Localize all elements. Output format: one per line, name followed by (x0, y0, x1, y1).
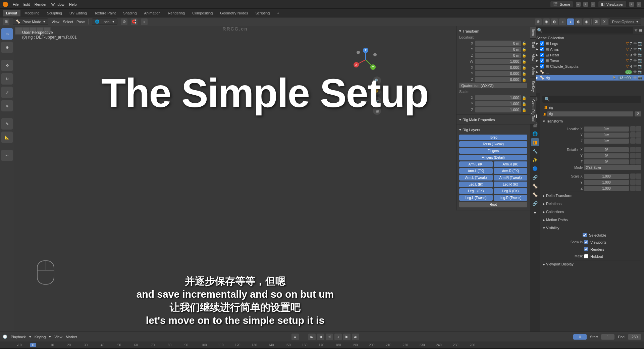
loc-y[interactable]: 0 m (475, 47, 521, 52)
lock-icon[interactable]: 🔒 (521, 65, 527, 70)
snap-icon[interactable]: 🧲 (131, 18, 138, 25)
tab-modeling[interactable]: Modeling (21, 10, 43, 16)
scale-z[interactable]: 1.000 (475, 107, 521, 112)
nav-gizmo[interactable]: X Y Z (352, 46, 379, 73)
scene-browse-icon[interactable]: ▾ (576, 2, 581, 7)
tab-shading[interactable]: Shading (120, 10, 140, 16)
pose-options-dropdown[interactable]: Pose Options▾ (609, 18, 641, 25)
tool-measure[interactable]: 📐 (1, 132, 13, 143)
riglayer-legl-tw[interactable]: Leg.L (Tweak) (459, 195, 493, 201)
riglayer-torso[interactable]: Torso (459, 135, 527, 140)
prop-tab-data[interactable]: 🦴 (531, 182, 539, 190)
xray-icon[interactable]: ◐ (551, 18, 558, 25)
header-select[interactable]: Select (63, 20, 73, 24)
tab-compositing[interactable]: Compositing (189, 10, 216, 16)
timeline-marker[interactable]: Marker (66, 335, 77, 339)
outliner-item[interactable]: ▸▤Torso▽7👁📷 (530, 58, 644, 63)
overlay-toggle-icon[interactable]: ◉ (543, 18, 550, 25)
prop-tab-boneconstraint[interactable]: 🔗 (531, 199, 539, 207)
orientation-dropdown[interactable]: 🌐Local▾ (92, 18, 117, 25)
prop-loc-y[interactable]: 0 m (584, 133, 629, 138)
riglayer-fingers[interactable]: Fingers (459, 148, 527, 154)
props-delta-transform[interactable]: ▸ Delta Transform (542, 192, 641, 200)
shading-wire-icon[interactable]: ○ (559, 18, 566, 25)
lock-icon[interactable]: 🔒 (521, 78, 527, 82)
chk-holdout[interactable] (584, 254, 588, 258)
loc-z[interactable]: 0 m (475, 53, 521, 58)
prop-tab-world[interactable]: 🌐 (531, 130, 539, 138)
prop-scale-z[interactable]: 1.000 (584, 186, 629, 191)
tab-uv[interactable]: UV Editing (66, 10, 90, 16)
header-pose[interactable]: Pose (76, 20, 85, 24)
props-motion-paths[interactable]: ▸ Motion Paths (542, 216, 641, 224)
timeline-keying[interactable]: Keying (35, 335, 46, 339)
props-relations[interactable]: ▸ Relations (542, 200, 641, 208)
prop-tab-physics[interactable]: 🔵 (531, 164, 539, 172)
lock-icon[interactable]: 🔒 (521, 102, 527, 106)
outliner-scene-collection[interactable]: ▤Scene Collection (530, 35, 644, 41)
riglayer-legr-ik[interactable]: Leg.R (IK) (494, 182, 527, 187)
anim-icon[interactable] (636, 126, 641, 132)
timeline-playback[interactable]: Playback (11, 335, 26, 339)
viewlayer-new-icon[interactable]: + (629, 2, 634, 7)
rig-main-header[interactable]: ▾ Rig Main Properties (459, 116, 527, 123)
prop-loc-x[interactable]: 0 m (584, 127, 629, 132)
prop-scale-x[interactable]: 1.000 (584, 174, 629, 179)
prop-scale-y[interactable]: 1.000 (584, 180, 629, 185)
lock-icon[interactable]: 🔒 (521, 41, 527, 46)
autokey-icon[interactable]: ● (291, 334, 299, 340)
menu-window[interactable]: Window (51, 2, 64, 6)
riglayer-armr-ik[interactable]: Arm.R (IK) (494, 161, 527, 167)
riglayer-arml-ik[interactable]: Arm.L (IK) (459, 161, 493, 167)
tab-add[interactable]: + (274, 10, 282, 16)
vtab-gamerigtool[interactable]: Game Rig Tool (530, 96, 536, 124)
chk-renders[interactable] (584, 247, 588, 251)
tool-cursor[interactable]: ⊕ (1, 42, 13, 53)
tool-annotate[interactable]: ✎ (1, 118, 13, 130)
timeline-editor-icon[interactable]: 🕐 (3, 335, 7, 339)
lock-icon[interactable] (630, 126, 636, 132)
rotation-mode-dropdown[interactable]: XYZ Euler (584, 165, 641, 170)
prop-rot-x[interactable]: 0° (584, 147, 629, 152)
tab-scripting[interactable]: Scripting (252, 10, 273, 16)
outliner-item[interactable]: ▸▤Clavicle_Scapula▽4👁📷 (530, 63, 644, 69)
riglayer-legr-fk[interactable]: Leg.R (FK) (494, 188, 527, 194)
lock-icon[interactable]: 🔒 (521, 59, 527, 64)
rig-layers-header[interactable]: ▾ Rig Layers (459, 126, 527, 133)
lock-icon[interactable]: 🔒 (521, 47, 527, 52)
jump-start-icon[interactable]: ⏮ (308, 334, 316, 340)
pivot-icon[interactable]: ⊙ (121, 18, 127, 25)
rot-z[interactable]: 0.000 (475, 77, 521, 82)
lock-icon[interactable]: 🔒 (521, 71, 527, 76)
mode-dropdown[interactable]: 🦴Pose Mode▾ (13, 18, 48, 25)
prop-tab-particles[interactable]: ✨ (531, 156, 539, 164)
lock-icon[interactable]: 🔒 (521, 53, 527, 58)
viewport-3d[interactable]: RRCG.cn User Perspective (0) rig : DEF-u… (14, 26, 456, 332)
scene-new-icon[interactable]: + (583, 2, 588, 7)
outliner-new-coll-icon[interactable]: ▤ (639, 28, 642, 33)
prop-tab-constraint[interactable]: 🔗 (531, 173, 539, 181)
outliner-item[interactable]: ▸▤Arms▽7👁📷 (530, 46, 644, 52)
scale-y[interactable]: 1.000 (475, 101, 521, 106)
tool-extra[interactable]: 〰 (1, 150, 13, 161)
tool-select-box[interactable]: ▭ (1, 28, 13, 40)
outliner-search[interactable] (536, 27, 633, 34)
pose-options-x[interactable]: ⊠ (593, 18, 600, 25)
start-frame[interactable]: 1 (601, 334, 614, 340)
vtab-scrkeys[interactable]: ScrKeys (530, 78, 536, 96)
menu-edit[interactable]: Edit (23, 2, 30, 6)
tab-geonodes[interactable]: Geometry Nodes (217, 10, 251, 16)
menu-render[interactable]: Render (35, 2, 47, 6)
scene-dropdown[interactable]: 🎬Scene (550, 1, 573, 7)
gizmo-toggle-icon[interactable]: ⊕ (535, 18, 542, 25)
shading-rendered-icon[interactable]: ◉ (583, 18, 590, 25)
tab-rendering[interactable]: Rendering (164, 10, 188, 16)
tab-animation[interactable]: Animation (141, 10, 164, 16)
vtab-tool[interactable]: Tool (530, 39, 536, 51)
riglayer-root[interactable]: Root (459, 202, 527, 207)
props-transform-header[interactable]: ▾ Transform (542, 117, 641, 126)
shading-matprev-icon[interactable]: ◐ (575, 18, 582, 25)
timeline-view[interactable]: View (54, 335, 62, 339)
editor-type-icon[interactable]: ⊞ (3, 18, 9, 25)
outliner-filter-icon[interactable]: ▽ (635, 28, 637, 33)
